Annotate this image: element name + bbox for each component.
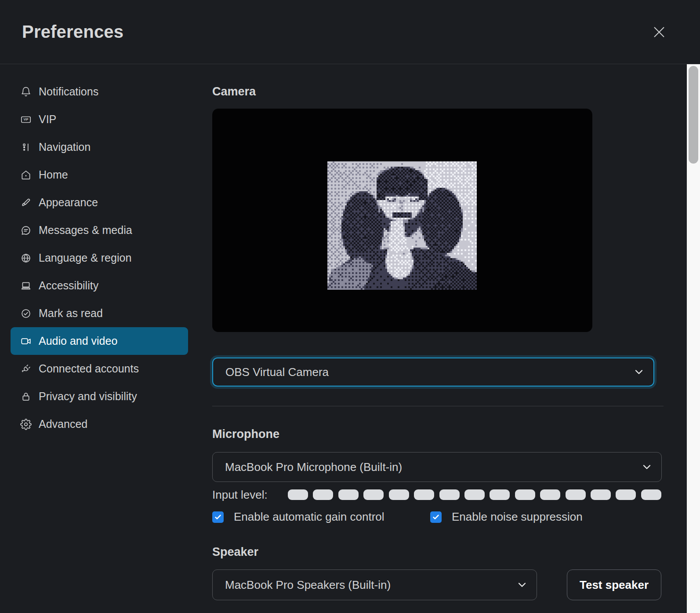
sidebar-item-label: Connected accounts — [39, 362, 139, 375]
laptop-icon — [20, 280, 32, 292]
microphone-select-value: MacBook Pro Microphone (Built-in) — [225, 460, 402, 474]
level-segment — [439, 489, 460, 500]
sidebar-item-label: Advanced — [39, 418, 87, 431]
sidebar-item-label: Notifications — [39, 85, 98, 98]
gain-control-label: Enable automatic gain control — [234, 510, 384, 524]
checkbox-checked-icon[interactable] — [212, 511, 224, 523]
input-level-meter — [288, 489, 661, 500]
camera-select[interactable]: OBS Virtual Camera — [212, 358, 654, 387]
globe-icon — [20, 252, 32, 264]
section-divider — [212, 406, 664, 406]
sidebar-item-label: Appearance — [39, 196, 98, 209]
sidebar-item-label: VIP — [39, 113, 56, 126]
dialog-header: Preferences — [0, 0, 700, 64]
sidebar-item-label: Accessibility — [39, 279, 98, 292]
speaker-select-value: MacBook Pro Speakers (Built-in) — [225, 578, 391, 592]
sidebar-item-notifications[interactable]: Notifications — [11, 78, 188, 106]
home-icon — [20, 169, 32, 181]
level-segment — [338, 489, 359, 500]
level-segment — [490, 489, 510, 500]
sidebar-item-connected-accounts[interactable]: Connected accounts — [11, 355, 188, 383]
page-title: Preferences — [22, 22, 123, 42]
close-icon — [653, 26, 666, 39]
level-segment — [389, 489, 409, 500]
sidebar: Notifications VIP VIP Navigation Home Ap… — [11, 78, 188, 438]
check-circle-icon — [20, 308, 32, 319]
level-segment — [288, 489, 308, 500]
input-level-label: Input level: — [212, 488, 268, 502]
sidebar-item-privacy-visibility[interactable]: Privacy and visibility — [11, 383, 188, 410]
speaker-select[interactable]: MacBook Pro Speakers (Built-in) — [212, 569, 537, 600]
scrollbar-thumb[interactable] — [689, 66, 698, 164]
level-segment — [464, 489, 485, 500]
paintbrush-icon — [20, 197, 32, 208]
camera-select-value: OBS Virtual Camera — [225, 365, 329, 379]
camera-heading: Camera — [212, 85, 256, 99]
noise-suppression-label: Enable noise suppression — [452, 510, 583, 524]
vip-badge-icon: VIP — [20, 114, 32, 125]
level-segment — [616, 489, 636, 500]
svg-text:VIP: VIP — [24, 118, 29, 121]
level-segment — [414, 489, 434, 500]
lock-icon — [20, 391, 32, 402]
chevron-down-icon — [635, 370, 643, 375]
checkbox-checked-icon[interactable] — [430, 511, 442, 523]
level-segment — [566, 489, 586, 500]
bell-icon — [20, 86, 32, 98]
sidebar-item-accessibility[interactable]: Accessibility — [11, 272, 188, 299]
sidebar-item-label: Navigation — [39, 141, 91, 153]
level-segment — [363, 489, 384, 500]
microphone-heading: Microphone — [212, 427, 279, 441]
sidebar-item-appearance[interactable]: Appearance — [11, 189, 188, 216]
close-button[interactable] — [649, 22, 669, 42]
message-bubble-icon — [20, 225, 32, 236]
noise-suppression-checkbox-group[interactable]: Enable noise suppression — [430, 510, 583, 524]
sidebar-item-label: Home — [39, 168, 68, 181]
sidebar-item-advanced[interactable]: Advanced — [11, 410, 188, 438]
level-segment — [591, 489, 611, 500]
sidebar-item-home[interactable]: Home — [11, 161, 188, 189]
level-segment — [641, 489, 661, 500]
speaker-heading: Speaker — [212, 545, 258, 559]
level-segment — [313, 489, 333, 500]
test-speaker-button[interactable]: Test speaker — [567, 569, 661, 600]
scrollbar-track[interactable] — [687, 64, 700, 613]
level-segment — [540, 489, 560, 500]
layout-sidebar-icon — [20, 142, 32, 153]
level-segment — [515, 489, 535, 500]
sidebar-item-label: Audio and video — [39, 335, 117, 347]
sidebar-item-label: Language & region — [39, 252, 131, 264]
gear-icon — [20, 419, 32, 430]
sidebar-item-vip[interactable]: VIP VIP — [11, 106, 188, 133]
chevron-down-icon — [518, 583, 526, 587]
sidebar-item-mark-as-read[interactable]: Mark as read — [11, 299, 188, 327]
webcam-canvas — [327, 161, 477, 290]
sidebar-item-label: Privacy and visibility — [39, 390, 137, 403]
sidebar-item-audio-and-video[interactable]: Audio and video — [11, 327, 188, 355]
camera-preview — [212, 109, 592, 332]
preferences-dialog: Preferences Notifications VIP VIP Naviga… — [0, 0, 700, 613]
plug-icon — [20, 363, 32, 375]
chevron-down-icon — [643, 465, 651, 470]
sidebar-item-navigation[interactable]: Navigation — [11, 133, 188, 161]
sidebar-item-language-region[interactable]: Language & region — [11, 244, 188, 272]
sidebar-item-label: Messages & media — [39, 224, 132, 237]
sidebar-item-label: Mark as read — [39, 307, 103, 320]
video-camera-icon — [20, 336, 32, 347]
gain-control-checkbox-group[interactable]: Enable automatic gain control — [212, 510, 384, 524]
microphone-select[interactable]: MacBook Pro Microphone (Built-in) — [212, 452, 662, 482]
sidebar-item-messages-media[interactable]: Messages & media — [11, 216, 188, 244]
